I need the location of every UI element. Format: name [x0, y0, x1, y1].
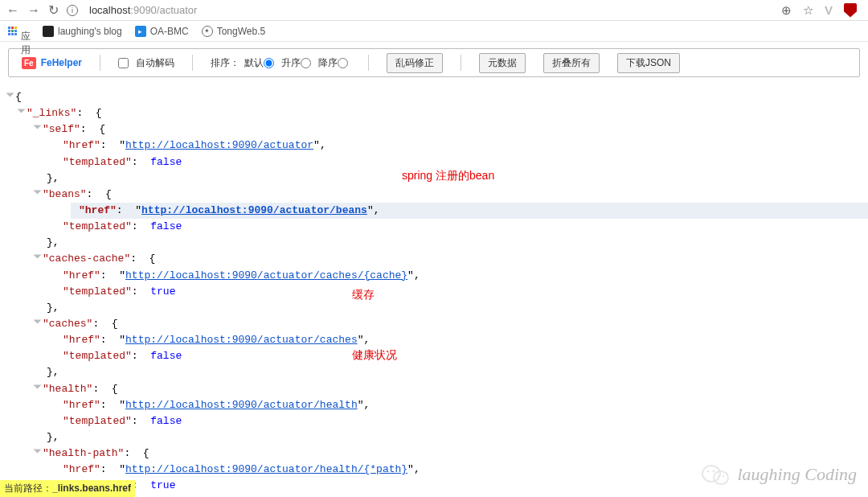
apps-label: 应用 — [21, 30, 30, 32]
blog-icon — [43, 26, 54, 37]
annotation-caches: 缓存 — [352, 286, 375, 304]
svg-point-4 — [718, 475, 719, 477]
json-link[interactable]: http://localhost:9090/actuator/beans — [141, 204, 367, 216]
json-key: "caches-cache" — [43, 253, 130, 265]
svg-point-5 — [723, 475, 724, 477]
metadata-button[interactable]: 元数据 — [479, 53, 526, 73]
json-link[interactable]: http://localhost:9090/actuator — [125, 139, 313, 151]
sort-desc-radio[interactable] — [338, 58, 348, 68]
sort-asc-radio[interactable] — [301, 58, 311, 68]
json-key: "templated" — [63, 220, 132, 232]
json-bool: false — [150, 350, 182, 362]
fehelper-toolbar: FeFeHelper 自动解码 排序： 默认 升序 降序 乱码修正 元数据 折叠… — [8, 48, 860, 77]
brace: { — [15, 91, 22, 103]
path-badge-value: _links.beans.href — [52, 483, 131, 494]
bookmark-tongweb[interactable]: ✦TongWeb.5 — [202, 26, 266, 37]
json-bool: true — [150, 479, 175, 491]
back-button[interactable]: ← — [6, 3, 19, 18]
brand-label: FeHelper — [41, 57, 82, 68]
fix-encoding-button[interactable]: 乱码修正 — [387, 53, 443, 73]
expand-caret-icon[interactable] — [34, 190, 42, 194]
v-icon[interactable]: V — [825, 3, 833, 17]
current-path-badge: 当前路径：_links.beans.href — [0, 480, 135, 497]
json-key: "href" — [63, 399, 100, 411]
json-link[interactable]: http://localhost:9090/actuator/caches/{c… — [125, 269, 407, 281]
json-bool: true — [150, 285, 175, 298]
site-info-icon[interactable]: i — [67, 5, 78, 16]
json-key: "beans" — [43, 188, 87, 200]
brand-badge: Fe — [22, 57, 36, 69]
auto-decode-toggle[interactable]: 自动解码 — [118, 56, 174, 70]
json-key: "_links" — [27, 107, 76, 119]
json-key: "href" — [63, 463, 100, 475]
json-key: "href" — [63, 269, 100, 281]
json-key: "caches" — [43, 318, 92, 330]
url-rest: :9090/actuator — [130, 4, 197, 16]
json-key: "href" — [63, 334, 100, 346]
wechat-icon — [702, 463, 729, 486]
address-bar[interactable]: localhost:9090/actuator — [89, 4, 773, 16]
json-key: "templated" — [63, 350, 132, 362]
sort-group: 排序： 默认 升序 降序 — [211, 56, 350, 70]
bookmark-label: TongWeb.5 — [217, 26, 266, 37]
collapse-all-button[interactable]: 折叠所有 — [543, 53, 600, 73]
auto-decode-label: 自动解码 — [136, 56, 174, 70]
auto-decode-checkbox[interactable] — [118, 58, 129, 68]
json-bool: false — [150, 415, 182, 427]
divider — [100, 55, 100, 71]
sort-label: 排序： — [211, 56, 240, 70]
adblock-icon[interactable] — [844, 3, 857, 18]
star-icon[interactable]: ☆ — [803, 3, 813, 18]
oa-icon: ▸ — [135, 26, 146, 37]
json-link[interactable]: http://localhost:9090/actuator/health/{*… — [125, 463, 407, 475]
fehelper-brand: FeFeHelper — [22, 57, 82, 69]
divider — [368, 55, 369, 71]
annotation-beans: spring 注册的bean — [402, 167, 494, 185]
bookmark-oa[interactable]: ▸OA-BMC — [135, 26, 189, 37]
svg-point-1 — [714, 471, 728, 484]
browser-nav-bar: ← → ↻ i localhost:9090/actuator ⊕ ☆ V — [0, 0, 868, 21]
sort-asc[interactable]: 升序 — [281, 56, 313, 70]
expand-caret-icon[interactable] — [18, 109, 26, 113]
json-bool: false — [150, 220, 182, 232]
sort-default[interactable]: 默认 — [244, 56, 276, 70]
json-key: "href" — [79, 204, 117, 216]
divider — [192, 55, 193, 71]
json-link[interactable]: http://localhost:9090/actuator/caches — [125, 334, 358, 346]
expand-caret-icon[interactable] — [34, 125, 42, 129]
annotation-health: 健康状况 — [352, 347, 397, 364]
watermark-text: laughing Coding — [737, 464, 857, 485]
divider — [461, 55, 461, 71]
expand-caret-icon[interactable] — [34, 384, 42, 388]
bookmark-label: laughing's blog — [58, 26, 122, 37]
path-badge-label: 当前路径： — [4, 483, 52, 494]
download-json-button[interactable]: 下载JSON — [617, 53, 680, 73]
search-icon[interactable]: ⊕ — [781, 3, 792, 18]
svg-point-2 — [707, 470, 710, 473]
json-link[interactable]: http://localhost:9090/actuator/health — [125, 399, 358, 411]
expand-caret-icon[interactable] — [6, 93, 14, 97]
url-host: localhost — [89, 4, 130, 16]
tongweb-icon: ✦ — [202, 26, 213, 37]
expand-caret-icon[interactable] — [34, 255, 42, 259]
reload-button[interactable]: ↻ — [48, 2, 59, 18]
json-key: "href" — [63, 139, 100, 151]
svg-point-3 — [713, 470, 715, 473]
forward-button[interactable]: → — [27, 3, 40, 18]
json-key: "health-path" — [43, 447, 124, 459]
bookmark-label: OA-BMC — [150, 26, 189, 37]
json-key: "templated" — [63, 415, 132, 427]
json-viewer: { "_links": { "self": { "href": "http://… — [0, 77, 868, 497]
bookmark-blog[interactable]: laughing's blog — [43, 26, 122, 37]
apps-shortcut[interactable]: 应用 — [8, 27, 30, 35]
json-key: "health" — [43, 383, 92, 395]
json-key: "templated" — [63, 285, 132, 298]
expand-caret-icon[interactable] — [34, 319, 42, 323]
json-key: "templated" — [63, 156, 132, 168]
sort-default-radio[interactable] — [264, 58, 274, 68]
svg-point-0 — [702, 466, 720, 482]
highlighted-row[interactable]: "href": "http://localhost:9090/actuator/… — [71, 203, 868, 219]
sort-desc[interactable]: 降序 — [318, 56, 350, 70]
expand-caret-icon[interactable] — [34, 450, 42, 454]
json-bool: false — [150, 156, 182, 168]
